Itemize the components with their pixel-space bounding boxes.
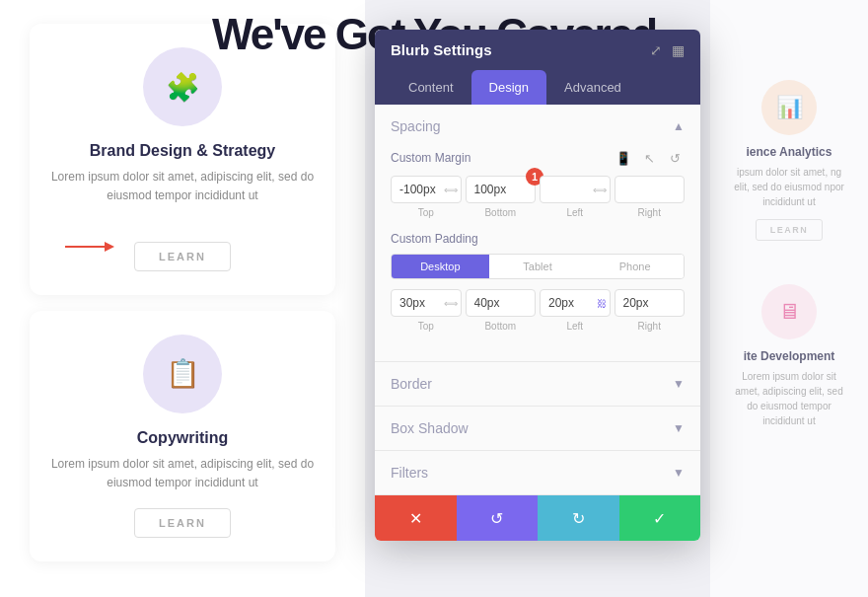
copywriting-text: Lorem ipsum dolor sit amet, adipiscing e…: [49, 455, 316, 492]
margin-right-input[interactable]: [615, 176, 686, 203]
margin-top-wrapper: ⟺: [391, 176, 462, 203]
padding-top-label: Top: [391, 321, 462, 332]
padding-left-label: Left: [540, 321, 611, 332]
analytics-text: ipsum dolor sit amet, ng elit, sed do ei…: [730, 165, 848, 209]
analytics-card: 📊 ience Analytics ipsum dolor sit amet, …: [720, 64, 858, 257]
custom-margin-label: Custom Margin 📱 ↖ ↺: [391, 148, 685, 168]
site-dev-text: Lorem ipsum dolor sit amet, adipiscing e…: [730, 369, 848, 428]
analytics-icon: 📊: [761, 80, 817, 135]
filters-section-header[interactable]: Filters ▼: [375, 451, 700, 494]
border-chevron-down-icon: ▼: [673, 377, 685, 391]
panel-tabs: Content Design Advanced: [375, 70, 700, 105]
spacing-section-header[interactable]: Spacing ▲: [375, 105, 700, 148]
grid-icon[interactable]: ▦: [672, 42, 685, 58]
cursor-icon[interactable]: ↖: [639, 148, 659, 168]
padding-top-wrapper: ⟺: [391, 289, 462, 317]
custom-padding-label: Custom Padding: [391, 232, 685, 246]
analytics-title: ience Analytics: [747, 145, 832, 159]
spacing-chevron-up-icon: ▲: [673, 119, 685, 133]
border-section-title: Border: [391, 376, 432, 392]
margin-right-label: Right: [615, 207, 686, 218]
brand-design-learn-button[interactable]: LEARN: [134, 242, 231, 271]
padding-left-wrapper: ⛓: [540, 289, 611, 317]
padding-tab-desktop[interactable]: Desktop: [392, 255, 489, 278]
panel-body: Spacing ▲ Custom Margin 📱 ↖ ↺: [375, 105, 700, 495]
filters-section-title: Filters: [391, 465, 428, 481]
brand-design-title: Brand Design & Strategy: [90, 142, 275, 160]
padding-device-tabs: Desktop Tablet Phone: [391, 254, 685, 279]
margin-left-wrapper: ⟺: [540, 176, 611, 203]
tab-content[interactable]: Content: [391, 70, 471, 105]
tab-advanced[interactable]: Advanced: [546, 70, 639, 105]
padding-link-chain-icon: ⛓: [597, 298, 607, 309]
margin-top-label: Top: [391, 207, 462, 218]
box-shadow-section: Box Shadow ▼: [375, 407, 700, 451]
margin-top-link-icon: ⟺: [444, 185, 458, 195]
site-dev-icon: 🖥: [761, 284, 817, 339]
redo-button[interactable]: ↻: [538, 495, 619, 541]
panel-header: Blurb Settings ⤢ ▦: [375, 30, 700, 70]
copywriting-card: 📋 Copywriting Lorem ipsum dolor sit amet…: [30, 311, 335, 561]
box-shadow-section-title: Box Shadow: [391, 420, 469, 436]
margin-left-link-icon: ⟺: [593, 185, 607, 195]
mobile-icon[interactable]: 📱: [614, 148, 633, 168]
spacing-content: Custom Margin 📱 ↖ ↺ ⟺: [375, 148, 700, 361]
margin-fields: ⟺ 1 ⟺: [391, 176, 685, 203]
padding-right-label: Right: [615, 321, 686, 332]
padding-top-link-icon: ⟺: [444, 298, 458, 309]
site-dev-title: ite Development: [744, 349, 835, 363]
undo-button[interactable]: ↺: [457, 495, 539, 541]
padding-bottom-label: Bottom: [466, 321, 537, 332]
margin-bottom-label: Bottom: [466, 207, 537, 218]
brand-design-card: 🧩 Brand Design & Strategy Lorem ipsum do…: [30, 24, 335, 294]
analytics-learn-button[interactable]: LEARN: [756, 219, 824, 241]
brand-design-text: Lorem ipsum dolor sit amet, adipiscing e…: [49, 168, 316, 205]
settings-panel: Blurb Settings ⤢ ▦ Content Design Advanc…: [375, 30, 700, 541]
border-section-header[interactable]: Border ▼: [375, 362, 700, 406]
save-button[interactable]: ✓: [619, 495, 701, 541]
box-shadow-chevron-down-icon: ▼: [673, 421, 685, 435]
padding-bottom-wrapper: [466, 289, 537, 317]
filters-chevron-down-icon: ▼: [673, 466, 685, 480]
copywriting-icon: 📋: [143, 335, 222, 413]
panel-title: Blurb Settings: [391, 41, 492, 58]
spacing-section-title: Spacing: [391, 118, 441, 134]
brand-design-icon: 🧩: [143, 47, 222, 126]
padding-right-wrapper: [615, 289, 686, 317]
site-dev-card: 🖥 ite Development Lorem ipsum dolor sit …: [720, 268, 858, 444]
panel-header-icons: ⤢ ▦: [650, 42, 685, 58]
copywriting-title: Copywriting: [137, 429, 228, 447]
padding-bottom-input[interactable]: [466, 289, 537, 317]
reset-icon[interactable]: ↺: [665, 148, 685, 168]
panel-footer: ✕ ↺ ↻ ✓: [375, 495, 700, 541]
tab-design[interactable]: Design: [471, 70, 546, 105]
border-section: Border ▼: [375, 362, 700, 407]
copywriting-learn-button[interactable]: LEARN: [134, 508, 231, 538]
margin-right-wrapper: [615, 176, 686, 203]
cancel-button[interactable]: ✕: [375, 495, 457, 541]
filters-section: Filters ▼: [375, 451, 700, 495]
arrow-indicator: [65, 239, 114, 255]
padding-right-input[interactable]: [615, 289, 686, 317]
margin-bottom-wrapper: 1: [466, 176, 537, 203]
padding-tab-phone[interactable]: Phone: [586, 255, 684, 278]
padding-tab-tablet[interactable]: Tablet: [489, 255, 587, 278]
right-column: 📊 ience Analytics ipsum dolor sit amet, …: [710, 0, 868, 597]
left-column: 🧩 Brand Design & Strategy Lorem ipsum do…: [0, 0, 365, 597]
margin-field-labels: Top Bottom Left Right: [391, 207, 685, 218]
spacing-section: Spacing ▲ Custom Margin 📱 ↖ ↺: [375, 105, 700, 362]
margin-icons: 📱 ↖ ↺: [614, 148, 685, 168]
fullscreen-icon[interactable]: ⤢: [650, 42, 662, 58]
margin-left-label: Left: [540, 207, 611, 218]
box-shadow-section-header[interactable]: Box Shadow ▼: [375, 407, 700, 450]
svg-marker-1: [105, 242, 114, 252]
padding-field-labels: Top Bottom Left Right: [391, 321, 685, 332]
padding-fields: ⟺ ⛓: [391, 289, 685, 317]
